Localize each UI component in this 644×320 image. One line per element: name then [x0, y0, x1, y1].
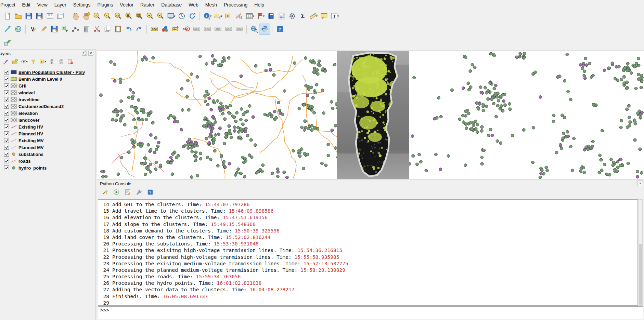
current-edits-button[interactable]: V: [28, 24, 38, 35]
console-close-icon[interactable]: ×: [637, 181, 643, 186]
layer-visibility-checkbox[interactable]: [4, 159, 9, 163]
map-view[interactable]: [97, 51, 644, 179]
layer-label[interactable]: GHI: [18, 83, 26, 89]
split-features-button[interactable]: [91, 24, 102, 35]
clear-console-button[interactable]: [101, 188, 109, 196]
new-spatial-bookmark-button[interactable]: ▾: [255, 11, 266, 22]
highlight-pinned-labels-button[interactable]: abc: [181, 24, 191, 35]
undo-button[interactable]: [123, 24, 134, 35]
help-contents-button[interactable]: ?: [274, 24, 285, 35]
menu-vector[interactable]: Vector: [116, 0, 137, 9]
layer-label[interactable]: CustomizedDemand2: [18, 104, 64, 109]
filter-by-expression-button[interactable]: ε▾: [38, 58, 47, 65]
layer-label[interactable]: hydro_points: [18, 165, 47, 171]
console-log[interactable]: 14Add GHI to the clusters. Time: 15:44:0…: [98, 199, 638, 306]
menu-view[interactable]: View: [34, 0, 51, 9]
open-layer-styling-button[interactable]: [1, 58, 10, 65]
zoom-last-button[interactable]: ◂: [144, 11, 155, 22]
temporal-controller-button[interactable]: [176, 11, 187, 22]
menu-layer[interactable]: Layer: [51, 0, 70, 9]
layer-visibility-checkbox[interactable]: [4, 97, 9, 102]
zoom-to-layer-button[interactable]: ▤: [134, 11, 144, 22]
layout-manager-button[interactable]: [55, 11, 66, 22]
layer-item-hydro-points[interactable]: hydro_points: [1, 164, 95, 171]
zoom-out-button[interactable]: -: [102, 11, 113, 22]
add-group-button[interactable]: [11, 58, 19, 65]
layer-visibility-checkbox[interactable]: [4, 124, 9, 129]
layer-label[interactable]: windvel: [18, 90, 35, 95]
refresh-map-button[interactable]: [187, 11, 197, 22]
redo-button[interactable]: [134, 24, 144, 35]
measure-button[interactable]: ▾: [308, 11, 319, 22]
layer-item-ghi[interactable]: GHI: [1, 82, 95, 89]
layer-item-windvel[interactable]: windvel: [1, 89, 95, 96]
save-project-as-button[interactable]: [34, 11, 44, 22]
pan-map-button[interactable]: [70, 11, 81, 22]
expand-all-button[interactable]: [48, 58, 56, 65]
layer-label[interactable]: roads: [18, 159, 30, 164]
layer-visibility-checkbox[interactable]: [4, 145, 9, 150]
layer-label[interactable]: Benin Population Cluster - Poly: [18, 70, 85, 75]
plugin-tool-button[interactable]: [2, 37, 13, 48]
layer-item-elevation[interactable]: elevation: [1, 110, 95, 117]
open-project-button[interactable]: [13, 11, 23, 22]
layer-visibility-checkbox[interactable]: [4, 131, 9, 136]
layer-label[interactable]: Benin Admin Level 0: [18, 77, 62, 82]
add-feature-button[interactable]: [60, 24, 70, 35]
text-annotation-button[interactable]: T▾: [329, 11, 340, 22]
move-feature-button[interactable]: [2, 24, 13, 35]
zoom-full-button[interactable]: ▭: [113, 11, 123, 22]
layer-visibility-checkbox[interactable]: [4, 70, 9, 75]
zoom-in-button[interactable]: +: [91, 11, 102, 22]
save-layer-edits-button[interactable]: [49, 24, 60, 35]
menu-project[interactable]: Project: [0, 0, 19, 9]
console-help-button[interactable]: ?: [146, 188, 154, 196]
console-scrollbar[interactable]: [639, 199, 643, 306]
layer-visibility-checkbox[interactable]: [4, 90, 9, 95]
layer-visibility-checkbox[interactable]: [4, 152, 9, 157]
layer-visibility-checkbox[interactable]: [4, 165, 9, 170]
layer-label[interactable]: elevation: [18, 111, 38, 116]
layer-item-benin-admin-level-0[interactable]: Benin Admin Level 0: [1, 76, 95, 82]
show-hide-labels-button[interactable]: abc: [223, 24, 234, 35]
menu-plugins[interactable]: Plugins: [94, 0, 116, 9]
menu-mesh[interactable]: Mesh: [202, 0, 220, 9]
layer-visibility-checkbox[interactable]: [4, 138, 9, 143]
layer-item-traveltime[interactable]: traveltime: [1, 96, 95, 103]
processing-toolbox-button[interactable]: [287, 11, 297, 22]
layer-diagram-options-button[interactable]: [159, 24, 170, 35]
layer-label[interactable]: Planned MV: [18, 145, 44, 150]
console-input[interactable]: >>>: [98, 306, 643, 319]
layer-item-planned-hv[interactable]: Planned HV: [1, 130, 95, 137]
console-options-button[interactable]: [134, 188, 143, 196]
select-features-button[interactable]: ▾: [212, 11, 223, 22]
layer-visibility-checkbox[interactable]: [4, 104, 9, 109]
layer-labeling-options-button[interactable]: abc: [149, 24, 159, 35]
menu-web[interactable]: Web: [185, 0, 202, 9]
layer-item-substations[interactable]: substations: [1, 151, 95, 158]
run-command-button[interactable]: [112, 188, 120, 196]
menu-settings[interactable]: Settings: [70, 0, 94, 9]
collapse-all-button[interactable]: [57, 58, 65, 65]
menu-help[interactable]: Help: [251, 0, 268, 9]
python-console-button[interactable]: [259, 24, 270, 35]
label-toolbar-extra-button[interactable]: abc: [234, 24, 244, 35]
show-editor-button[interactable]: [123, 188, 132, 196]
georeferencer-button[interactable]: [13, 24, 23, 35]
layer-label[interactable]: landcover: [18, 118, 39, 123]
layer-item-planned-mv[interactable]: Planned MV: [1, 144, 95, 151]
show-bookmarks-button[interactable]: [266, 11, 276, 22]
layer-label[interactable]: traveltime: [18, 97, 39, 102]
metasearch-button[interactable]: [249, 24, 259, 35]
filter-legend-button[interactable]: [29, 58, 38, 65]
field-calculator-button[interactable]: [276, 11, 287, 22]
console-scrollbar-thumb[interactable]: [639, 244, 642, 305]
layer-item-landcover[interactable]: landcover: [1, 117, 95, 123]
layer-item-existing-mv[interactable]: Existing MV: [1, 137, 95, 144]
layer-item-existing-hv[interactable]: Existing HV: [1, 123, 95, 130]
layer-visibility-checkbox[interactable]: [4, 77, 9, 81]
zoom-to-selection-button[interactable]: ▣: [123, 11, 134, 22]
map-tips-button[interactable]: [319, 11, 329, 22]
pin-unpin-labels-button[interactable]: abc: [170, 24, 181, 35]
statistics-summary-button[interactable]: Σ: [297, 11, 308, 22]
